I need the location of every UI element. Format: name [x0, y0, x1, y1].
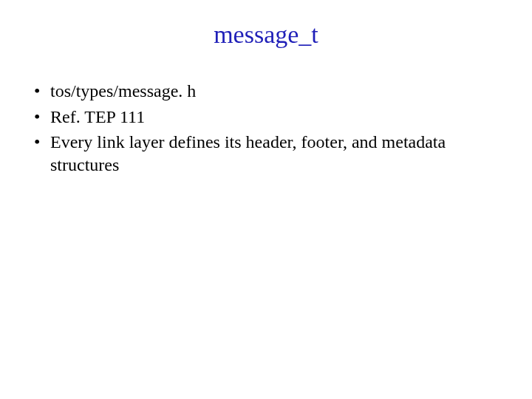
- list-item: Ref. TEP 111: [30, 106, 502, 129]
- bullet-list: tos/types/message. h Ref. TEP 111 Every …: [30, 80, 502, 177]
- list-item: Every link layer defines its header, foo…: [30, 131, 502, 176]
- list-item: tos/types/message. h: [30, 80, 502, 103]
- slide-title: message_t: [30, 21, 502, 49]
- slide-container: message_t tos/types/message. h Ref. TEP …: [0, 0, 532, 399]
